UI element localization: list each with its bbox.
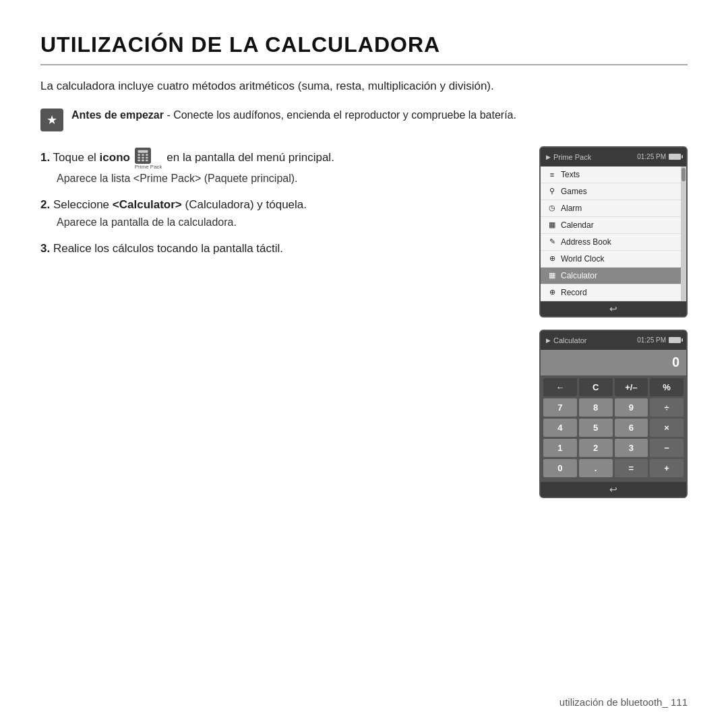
calc-btn-dot[interactable]: .	[579, 459, 613, 477]
calc-row-0: 0 . = +	[543, 459, 684, 477]
battery-icon-2	[669, 337, 681, 343]
star-icon: ★	[40, 109, 63, 131]
play-icon: ▶	[546, 154, 551, 160]
menu-item-address-book-label: Address Book	[561, 237, 611, 247]
menu-item-texts-label: Texts	[561, 170, 580, 179]
svg-rect-6	[146, 157, 148, 159]
calc-btn-minus[interactable]: −	[650, 439, 684, 457]
svg-rect-1	[138, 154, 140, 156]
menu-item-calendar[interactable]: ▦ Calendar	[541, 217, 681, 234]
intro-paragraph: La calculadora incluye cuatro métodos ar…	[40, 78, 688, 95]
step-1: 1. Toque el icono	[40, 146, 519, 185]
calculator-screen: ▶ Calculator 01:25 PM 0 ← C +/– %	[539, 330, 688, 498]
step-1-line: 1. Toque el icono	[40, 146, 519, 170]
page-title: UTILIZACIÓN DE LA CALCULADORA	[40, 32, 688, 65]
alarm-icon: ◷	[547, 204, 557, 212]
world-clock-icon: ⊕	[547, 254, 557, 263]
calc-row-456: 4 5 6 ×	[543, 419, 684, 437]
screen-1-header: ▶ Prime Pack 01:25 PM	[541, 148, 686, 166]
menu-item-alarm-label: Alarm	[561, 204, 582, 213]
svg-rect-4	[138, 157, 140, 159]
menu-item-record-label: Record	[561, 288, 587, 297]
screen-2-title: Calculator	[553, 336, 587, 344]
screen-1-title: Prime Pack	[553, 153, 591, 161]
calc-btn-clear[interactable]: C	[579, 378, 613, 396]
calculator-icon-inline: Prime Pack	[135, 146, 162, 170]
calc-btn-9[interactable]: 9	[615, 398, 648, 417]
menu-list: ≡ Texts ⚲ Games ◷ Alarm ▦	[541, 166, 686, 301]
note-label: Antes de empezar	[71, 109, 164, 121]
screen-2-header: ▶ Calculator 01:25 PM	[541, 331, 686, 350]
screen-1-time: 01:25 PM	[637, 153, 666, 160]
menu-item-world-clock[interactable]: ⊕ World Clock	[541, 251, 681, 268]
calc-btn-plus[interactable]: +	[650, 459, 684, 477]
svg-rect-8	[142, 160, 144, 162]
menu-item-texts[interactable]: ≡ Texts	[541, 166, 681, 183]
calendar-icon: ▦	[547, 220, 557, 229]
note-box: ★ Antes de empezar - Conecte los audífon…	[40, 107, 688, 131]
svg-rect-3	[146, 154, 148, 156]
svg-rect-0	[138, 150, 148, 153]
back-bar-2: ↩	[541, 482, 686, 497]
calc-row-123: 1 2 3 −	[543, 439, 684, 457]
calc-btn-plusminus[interactable]: +/–	[615, 378, 648, 396]
page-footer: utilización de bluetooth_ 111	[559, 696, 688, 708]
screen-2-time: 01:25 PM	[637, 336, 666, 344]
note-text: Antes de empezar - Conecte los audífonos…	[71, 107, 516, 123]
games-icon: ⚲	[547, 187, 557, 195]
calculator-display: 0	[541, 350, 686, 375]
calc-btn-1[interactable]: 1	[543, 439, 577, 457]
calc-btn-multiply[interactable]: ×	[650, 419, 684, 437]
step-2-sub: Aparece la pantalla de la calculadora.	[57, 216, 519, 229]
calculator-buttons: ← C +/– % 7 8 9 ÷ 4 5 6	[541, 375, 686, 482]
calc-btn-percent[interactable]: %	[650, 378, 684, 396]
calc-btn-4[interactable]: 4	[543, 419, 577, 437]
calc-btn-backspace[interactable]: ←	[543, 378, 577, 396]
svg-rect-5	[142, 157, 144, 159]
menu-item-calendar-label: Calendar	[561, 220, 594, 230]
step-1-sub: Aparece la lista <Prime Pack> (Paquete p…	[57, 173, 519, 185]
menu-item-alarm[interactable]: ◷ Alarm	[541, 200, 681, 217]
step-3-line: 3. Realice los cálculos tocando la panta…	[40, 239, 519, 257]
battery-icon	[669, 154, 681, 160]
menu-item-calculator-label: Calculator	[561, 271, 597, 280]
back-bar-1: ↩	[541, 301, 686, 316]
step-3: 3. Realice los cálculos tocando la panta…	[40, 239, 519, 257]
calc-btn-0[interactable]: 0	[543, 459, 577, 477]
calc-btn-2[interactable]: 2	[579, 439, 613, 457]
menu-item-world-clock-label: World Clock	[561, 254, 604, 264]
menu-item-record[interactable]: ⊕ Record	[541, 284, 681, 301]
calc-row-ops: ← C +/– %	[543, 378, 684, 396]
calc-btn-divide[interactable]: ÷	[650, 398, 684, 417]
menu-item-games-label: Games	[561, 187, 587, 196]
texts-icon: ≡	[547, 171, 557, 179]
steps-area: 1. Toque el icono	[40, 146, 519, 269]
scrollbar[interactable]	[681, 166, 686, 301]
menu-item-address-book[interactable]: ✎ Address Book	[541, 234, 681, 251]
scroll-thumb[interactable]	[681, 168, 686, 181]
step-2: 2. Seleccione <Calculator> (Calculadora)…	[40, 195, 519, 229]
calc-btn-7[interactable]: 7	[543, 398, 577, 417]
calc-btn-6[interactable]: 6	[615, 419, 648, 437]
note-body: - Conecte los audífonos, encienda el rep…	[164, 109, 516, 121]
play-icon-2: ▶	[546, 337, 551, 344]
menu-screen: ▶ Prime Pack 01:25 PM ≡ Texts	[539, 146, 688, 317]
back-button-1[interactable]: ↩	[609, 303, 617, 314]
svg-rect-2	[142, 154, 144, 156]
calc-btn-5[interactable]: 5	[579, 419, 613, 437]
calc-btn-3[interactable]: 3	[615, 439, 648, 457]
back-button-2[interactable]: ↩	[609, 484, 617, 495]
address-book-icon: ✎	[547, 237, 557, 246]
calc-btn-equals[interactable]: =	[615, 459, 648, 477]
step-2-line: 2. Seleccione <Calculator> (Calculadora)…	[40, 195, 519, 214]
content-area: 1. Toque el icono	[40, 146, 688, 498]
calc-row-789: 7 8 9 ÷	[543, 398, 684, 417]
svg-rect-9	[146, 160, 148, 162]
calc-btn-8[interactable]: 8	[579, 398, 613, 417]
menu-item-calculator[interactable]: ▦ Calculator	[541, 268, 681, 284]
calculator-menu-icon: ▦	[547, 271, 557, 280]
screens-area: ▶ Prime Pack 01:25 PM ≡ Texts	[539, 146, 688, 498]
record-icon: ⊕	[547, 288, 557, 297]
svg-rect-7	[138, 160, 140, 162]
menu-item-games[interactable]: ⚲ Games	[541, 183, 681, 200]
